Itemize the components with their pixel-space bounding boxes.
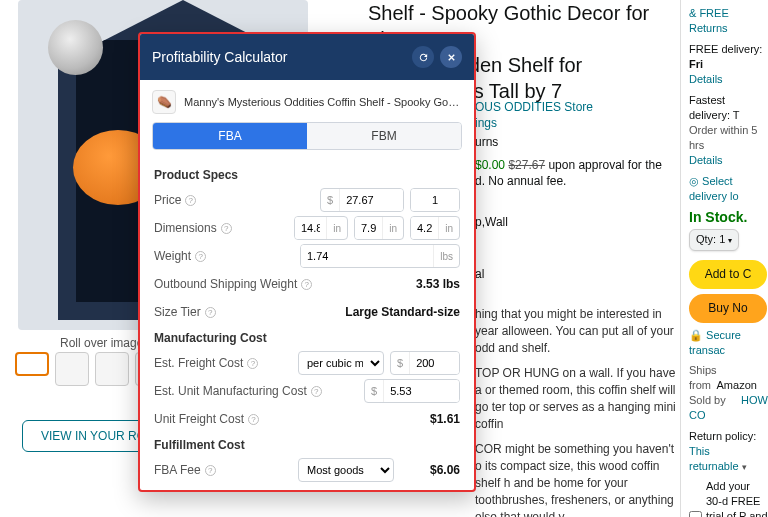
store-link[interactable]: OUS ODDITIES Store: [475, 100, 593, 114]
section-heading: Fulfillment Cost: [154, 438, 460, 452]
text: urns: [475, 135, 498, 149]
prime-trial-checkbox[interactable]: [689, 481, 702, 517]
unit-freight-value: $1.61: [400, 412, 460, 426]
freight-unit-select[interactable]: per cubic m…: [298, 351, 384, 375]
section-heading: Product Specs: [154, 168, 460, 182]
text: p,Wall: [475, 215, 508, 229]
qty-select[interactable]: Qty: 1 ▾: [689, 229, 739, 251]
dim-h-input[interactable]: [411, 217, 438, 239]
text: al: [475, 267, 484, 281]
size-tier-value: Large Standard-size: [345, 305, 460, 319]
description: hing that you might be interested in yea…: [475, 306, 680, 517]
return-policy-link[interactable]: This: [689, 445, 710, 457]
savings-line: $0.00 $27.67 upon approval for the: [475, 158, 662, 172]
col-header: (Jan-Sep): [308, 491, 384, 492]
tab-fba[interactable]: FBA: [153, 123, 307, 149]
availability: In Stock.: [689, 210, 768, 225]
fba-fee-value: $6.06: [400, 463, 460, 477]
freight-cost-input[interactable]: [410, 352, 459, 374]
help-icon[interactable]: ?: [248, 414, 259, 425]
thumbnail[interactable]: [95, 352, 129, 386]
refresh-button[interactable]: [412, 46, 434, 68]
outbound-weight-value: 3.53 lbs: [400, 277, 460, 291]
profitability-calculator-modal: Profitability Calculator ⚰️ Manny's Myst…: [138, 32, 476, 492]
help-icon[interactable]: ?: [195, 251, 206, 262]
weight-input[interactable]: [301, 245, 433, 267]
close-button[interactable]: [440, 46, 462, 68]
help-icon[interactable]: ?: [205, 307, 216, 318]
tab-fbm[interactable]: FBM: [307, 123, 461, 149]
thumbnail[interactable]: [15, 352, 49, 376]
help-icon[interactable]: ?: [247, 358, 258, 369]
help-icon[interactable]: ?: [205, 465, 216, 476]
free-returns-link[interactable]: & FREE Returns: [689, 6, 768, 36]
ratings-link[interactable]: ings: [475, 116, 497, 130]
modal-title: Profitability Calculator: [152, 49, 287, 65]
return-policy-link[interactable]: returnable: [689, 460, 739, 472]
product-thumb-icon: ⚰️: [152, 90, 176, 114]
dim-l-input[interactable]: [295, 217, 326, 239]
add-to-cart-button[interactable]: Add to C: [689, 260, 767, 289]
buy-box: & FREE Returns FREE delivery: Fri Detail…: [680, 0, 768, 517]
help-icon[interactable]: ?: [185, 195, 196, 206]
rollover-hint: Roll over image: [60, 336, 143, 350]
modal-product-title: Manny's Mysterious Oddities Coffin Shelf…: [184, 96, 462, 108]
qty-input[interactable]: [411, 189, 459, 211]
secure-transaction[interactable]: 🔒 Secure transac: [689, 328, 768, 358]
delivery-location-link[interactable]: ◎ Select delivery lo: [689, 174, 768, 204]
fba-category-select[interactable]: Most goods: [298, 458, 394, 482]
help-icon[interactable]: ?: [311, 386, 322, 397]
unit-manufacturing-input[interactable]: [384, 380, 459, 402]
refresh-icon: [418, 52, 429, 63]
price-input[interactable]: [340, 189, 403, 211]
details-link[interactable]: Details: [689, 154, 723, 166]
col-header: (Oct-Dec): [384, 491, 460, 492]
details-link[interactable]: Details: [689, 73, 723, 85]
help-icon[interactable]: ?: [301, 279, 312, 290]
buy-now-button[interactable]: Buy No: [689, 294, 767, 323]
dim-w-input[interactable]: [355, 217, 382, 239]
section-heading: Manufacturing Cost: [154, 331, 460, 345]
thumbnail[interactable]: [55, 352, 89, 386]
text: d. No annual fee.: [475, 174, 566, 188]
help-icon[interactable]: ?: [221, 223, 232, 234]
close-icon: [446, 52, 457, 63]
